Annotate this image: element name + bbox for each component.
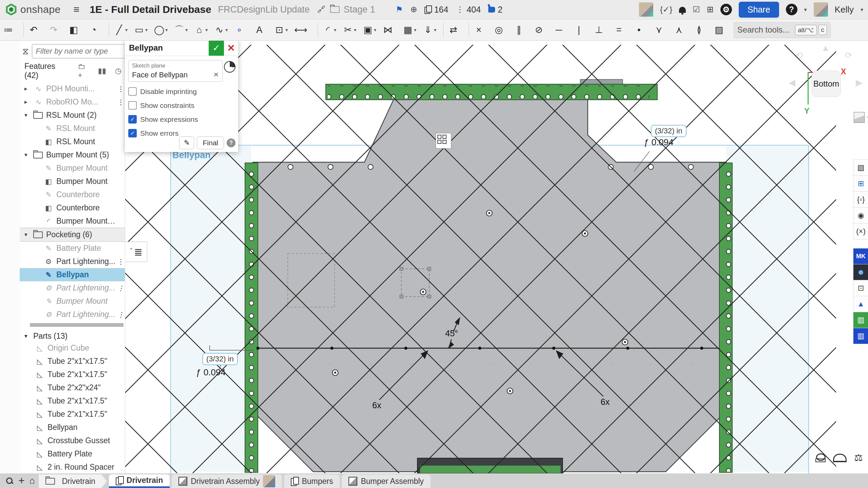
undo-button[interactable]: ↶ (23, 22, 45, 37)
tree-scrollbar[interactable] (30, 323, 124, 327)
chevron-down-icon[interactable]: ▾ (165, 27, 169, 33)
part-battery-plate[interactable]: ◺ Battery Plate (20, 447, 125, 461)
part-origin-cube[interactable]: ◺ Origin Cube (20, 341, 125, 355)
sketch-plane-field[interactable]: Sketch plane Face of Bellypan ✕ (128, 60, 223, 82)
dimension-value-top[interactable]: ƒ 0.094 (644, 137, 674, 148)
fillet-tool[interactable]: ◜ ▾ (318, 22, 340, 37)
search-tabs-icon[interactable] (5, 477, 14, 485)
main-menu-icon[interactable]: ≡ (74, 4, 80, 15)
tab-bumpers[interactable]: Bumpers (284, 474, 340, 488)
new-folder-icon[interactable]: 🗀︎+ (78, 62, 89, 80)
chevron-down-icon[interactable]: ▾ (225, 27, 229, 33)
workspace-label[interactable]: Stage 1 (344, 4, 375, 15)
featurescript-braces-icon[interactable]: {▫} (853, 192, 868, 208)
dialog-checkbox-row[interactable]: Show constraints (128, 101, 235, 110)
home-icon[interactable]: ⌂ (30, 475, 35, 486)
concentric-constraint[interactable]: ◎ (491, 22, 511, 37)
part-bellypan[interactable]: ◺ Bellypan (20, 421, 125, 434)
chevron-down-icon[interactable]: ▾ (414, 27, 417, 33)
parts-chevron-icon[interactable]: ▾ (24, 333, 33, 340)
vertical-constraint[interactable]: | (571, 22, 591, 37)
onshape-logo-icon[interactable] (5, 4, 17, 15)
mk-app-icon[interactable]: MK (853, 248, 868, 264)
featurescript-export-icon[interactable]: (×) (853, 224, 868, 240)
likes-icon[interactable] (488, 7, 495, 13)
part-round-spacer[interactable]: ◺ 2 in. Round Spacer (20, 461, 125, 473)
offset-tool[interactable]: ▣ ▾ (360, 22, 380, 37)
polygon-tool[interactable]: ⌂ ▾ (192, 22, 211, 37)
feature-counterbore-sketch[interactable]: ✎ Counterbore (20, 188, 125, 201)
document-title[interactable]: 1E - Full Detail Drivebase (90, 4, 211, 15)
feature-bumper-mount-sketch[interactable]: ✎ Bumper Mount (20, 162, 125, 175)
view-cube-face[interactable]: Bottom (812, 71, 841, 97)
tape-measure-icon[interactable] (815, 453, 826, 462)
dimension-value-bottom[interactable]: ƒ 0.094 (196, 367, 226, 378)
rollback-timer-icon[interactable]: ◷ (115, 67, 121, 75)
render-studio-icon[interactable]: ◉ (853, 208, 868, 224)
chevron-down-icon[interactable]: ▾ (145, 27, 149, 33)
use-tool[interactable]: ⊡ ▾ (272, 22, 291, 37)
expand-chevron-icon[interactable]: ▾ (24, 112, 33, 119)
user-avatar[interactable] (814, 2, 828, 17)
redo-button[interactable]: ↷ (46, 22, 65, 37)
tab-drivetrain-assembly[interactable]: Drivetrain Assembly (172, 474, 282, 488)
row-menu-icon[interactable]: ⋮ (117, 311, 125, 319)
dimension-expression-top[interactable]: (3/32) in (651, 125, 686, 137)
expand-chevron-icon[interactable]: ▸ (24, 85, 33, 92)
feature-rsl-mount-extrude[interactable]: ◧ RSL Mount (20, 135, 125, 148)
feature-list-icon[interactable]: ≔ (1, 22, 20, 37)
part-tube-2[interactable]: ◺ Tube 2"x1"x17.5" (20, 368, 125, 381)
perpendicular-constraint[interactable]: ⊥ (591, 22, 611, 37)
chevron-down-icon[interactable]: ▾ (205, 27, 209, 33)
feature-part-lightening-2[interactable]: ⚙ Part Lightening... ⋮ (20, 281, 125, 295)
feature-part-lightening-1[interactable]: ⚙ Part Lightening... ⋮ (20, 255, 125, 268)
mirror-tool[interactable]: ⋈ (380, 22, 400, 37)
fix-constraint[interactable]: ▨ (712, 22, 731, 37)
feature-counterbore-extrude[interactable]: ◧ Counterbore (20, 201, 125, 214)
dimension-tool[interactable]: ⟷ (292, 22, 314, 37)
dialog-checkbox-row[interactable]: ✓Show expressions (128, 115, 235, 124)
roll-ccw-icon[interactable]: ⟲ (795, 50, 803, 61)
insert-part-icon[interactable]: ⊞ (853, 176, 868, 192)
feature-bumper-mount-extrude[interactable]: ◧ Bumper Mount (20, 175, 125, 188)
chevron-down-icon[interactable]: ▾ (185, 27, 189, 33)
chevron-down-icon[interactable]: ▾ (334, 27, 337, 33)
rectangle-tool[interactable]: ▭ ▾ (132, 22, 151, 37)
feature-bumper-mount-sketch-2[interactable]: ✎ Bumper Mount (20, 295, 125, 308)
parallel-constraint[interactable]: ∥ (511, 22, 531, 37)
pattern-count-right[interactable]: 6x (601, 397, 609, 407)
import-dxf-tool[interactable]: ⇓ ▾ (420, 22, 440, 37)
expand-chevron-icon[interactable]: ▾ (24, 151, 33, 158)
docs-blue-book-icon[interactable]: ▥ (853, 328, 868, 344)
help-icon[interactable]: ? (786, 4, 797, 15)
view-cube[interactable]: ▲ ◀ ▶ ⟲ ⟳ X Y Bottom (787, 44, 865, 122)
unchecked-checkbox[interactable] (128, 87, 137, 96)
unchecked-checkbox[interactable] (128, 101, 137, 110)
user-menu-caret-icon[interactable]: ▾ (861, 6, 863, 13)
part-tube-1[interactable]: ◺ Tube 2"x1"x17.5" (20, 355, 125, 368)
tab-bumper-assembly[interactable]: Bumper Assembly (342, 474, 430, 488)
rotate-right-arrow-icon[interactable]: ▶ (856, 77, 863, 88)
row-menu-icon[interactable]: ⋮ (117, 98, 125, 106)
scale-icon[interactable]: ⚖ (854, 453, 863, 462)
row-menu-icon[interactable]: ⋮ (117, 85, 125, 93)
trim-tool[interactable]: ✂ ▾ (340, 22, 360, 37)
education-badge-icon[interactable]: ⚑ (396, 5, 403, 14)
help-caret-icon[interactable]: ▾ (804, 6, 807, 13)
add-tab-button[interactable]: + (18, 474, 25, 487)
tab-drivetrain-folder[interactable]: Drivetrain (39, 474, 107, 488)
protractor-icon[interactable] (833, 454, 847, 462)
row-menu-icon[interactable]: ⋮ (117, 284, 125, 292)
clear-selection-icon[interactable]: ✕ (213, 71, 219, 79)
midpoint-constraint[interactable]: • (631, 22, 651, 37)
part-crosstube-gusset[interactable]: ◺ Crosstube Gusset (20, 434, 125, 447)
feature-bellypan-sketch[interactable]: ✎ Bellypan (20, 268, 125, 281)
dialog-help-icon[interactable]: ? (227, 138, 235, 147)
transform-tool[interactable]: ⇄ (443, 22, 465, 37)
revolve-tool[interactable]: ◔ (86, 22, 106, 37)
pattern-count-left[interactable]: 6x (372, 400, 381, 410)
app-store-grid-icon[interactable]: ⊞ (707, 5, 714, 14)
suppress-pause-icon[interactable]: ▮▮ (98, 67, 106, 75)
feature-battery-plate-sketch[interactable]: ✎ Battery Plate (20, 242, 125, 255)
appearance-swatches-icon[interactable]: ▧ (853, 159, 868, 176)
